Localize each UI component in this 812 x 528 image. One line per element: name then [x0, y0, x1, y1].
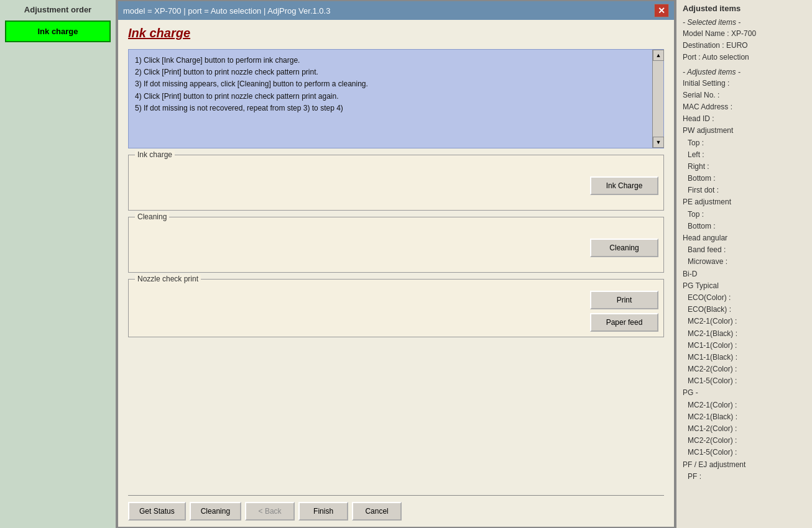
cleaning-bottom-button[interactable]: Cleaning [190, 502, 241, 521]
adjusted-items-header: - Adjusted items - [683, 68, 806, 76]
pe-bottom: Bottom : [683, 221, 806, 232]
cleaning-button[interactable]: Cleaning [590, 239, 658, 257]
selected-items-header: - Selected items - [683, 18, 806, 27]
nozzle-check-section: Nozzle check print Print Paper feed [128, 279, 664, 337]
pe-top: Top : [683, 209, 806, 221]
pg-typical: PG Typical [683, 280, 806, 292]
title-bar-text: model = XP-700 | port = Auto selection |… [123, 6, 330, 16]
content-area: Ink charge 1) Click [Ink Charge] button … [118, 20, 674, 493]
pf: PF : [683, 471, 806, 483]
finish-button[interactable]: Finish [298, 502, 348, 521]
pe-adjustment: PE adjustment [683, 196, 806, 208]
mc1-1-color: MC1-1(Color) : [683, 340, 806, 352]
instruction-line-2: 2) Click [Print] button to print nozzle … [135, 66, 657, 78]
ink-charge-label: Ink charge [135, 150, 175, 159]
ink-charge-section: Ink charge Ink Charge [128, 155, 664, 211]
right-panel-title: Adjusted items [683, 4, 806, 13]
head-angular: Head angular [683, 232, 806, 244]
instructions-text: 1) Click [Ink Charge] button to perform … [135, 55, 657, 114]
instruction-line-3: 3) If dot missing appears, click [Cleani… [135, 78, 657, 90]
get-status-button[interactable]: Get Status [128, 502, 186, 521]
main-window: model = XP-700 | port = Auto selection |… [117, 0, 675, 528]
pg-mc2-2-color: MC2-2(Color) : [683, 435, 806, 447]
pw-top: Top : [683, 137, 806, 149]
instruction-line-4: 4) Click [Print] button to print nozzle … [135, 91, 657, 102]
ink-charge-btn-container: Ink Charge [134, 160, 658, 205]
sidebar-title: Adjustment order [5, 5, 111, 14]
page-title: Ink charge [128, 26, 664, 40]
scroll-up-arrow[interactable]: ▲ [653, 50, 664, 61]
pg: PG - [683, 387, 806, 399]
close-button[interactable]: ✕ [654, 4, 669, 17]
cleaning-btn-container: Cleaning [134, 222, 658, 267]
ink-charge-button[interactable]: Ink Charge [590, 176, 658, 195]
left-sidebar: Adjustment order Ink charge [0, 0, 117, 528]
right-panel: Adjusted items - Selected items - Model … [675, 0, 812, 528]
bottom-separator [128, 495, 664, 496]
nozzle-check-btn-container: Print Paper feed [134, 284, 658, 332]
paper-feed-button[interactable]: Paper feed [590, 313, 658, 332]
title-bar: model = XP-700 | port = Auto selection |… [118, 1, 674, 20]
serial-no: Serial No. : [683, 89, 806, 101]
ink-charge-sidebar-button[interactable]: Ink charge [5, 20, 111, 42]
instructions-box: 1) Click [Ink Charge] button to perform … [128, 49, 664, 148]
instructions-scrollbar: ▲ ▼ [652, 50, 663, 148]
pg-mc2-1-black: MC2-1(Black) : [683, 411, 806, 423]
back-button[interactable]: < Back [245, 502, 295, 521]
pw-left: Left : [683, 149, 806, 161]
mc2-2-color: MC2-2(Color) : [683, 363, 806, 375]
pw-right: Right : [683, 161, 806, 173]
microwave: Microwave : [683, 256, 806, 268]
mac-address: MAC Address : [683, 101, 806, 113]
mc2-1-color: MC2-1(Color) : [683, 316, 806, 327]
band-feed: Band feed : [683, 244, 806, 256]
nozzle-check-label: Nozzle check print [135, 275, 201, 283]
pg-mc1-2-color: MC1-2(Color) : [683, 423, 806, 435]
pg-mc1-5-color: MC1-5(Color) : [683, 447, 806, 458]
cleaning-label: Cleaning [135, 212, 169, 221]
close-icon: ✕ [658, 6, 665, 16]
pw-bottom: Bottom : [683, 173, 806, 184]
port: Port : Auto selection [683, 52, 806, 63]
print-button[interactable]: Print [590, 291, 658, 309]
bottom-buttons: Get Status Cleaning < Back Finish Cancel [118, 498, 674, 527]
mc2-1-black: MC2-1(Black) : [683, 328, 806, 340]
cancel-button[interactable]: Cancel [352, 502, 402, 521]
mc1-1-black: MC1-1(Black) : [683, 352, 806, 363]
eco-color: ECO(Color) : [683, 292, 806, 304]
pg-mc2-1-color: MC2-1(Color) : [683, 399, 806, 411]
eco-black: ECO(Black) : [683, 304, 806, 316]
bi-d: Bi-D [683, 268, 806, 280]
mc1-5-color: MC1-5(Color) : [683, 375, 806, 387]
head-id: Head ID : [683, 113, 806, 125]
initial-setting: Initial Setting : [683, 78, 806, 89]
pw-adjustment: PW adjustment [683, 125, 806, 137]
scroll-down-arrow[interactable]: ▼ [653, 137, 664, 148]
destination: Destination : EURO [683, 40, 806, 52]
pw-first-dot: First dot : [683, 184, 806, 196]
cleaning-section: Cleaning Cleaning [128, 217, 664, 273]
instruction-line-5: 5) If dot missing is not recovered, repe… [135, 102, 657, 114]
model-name: Model Name : XP-700 [683, 28, 806, 40]
pf-ej: PF / EJ adjustment [683, 459, 806, 471]
instruction-line-1: 1) Click [Ink Charge] button to perform … [135, 55, 657, 66]
